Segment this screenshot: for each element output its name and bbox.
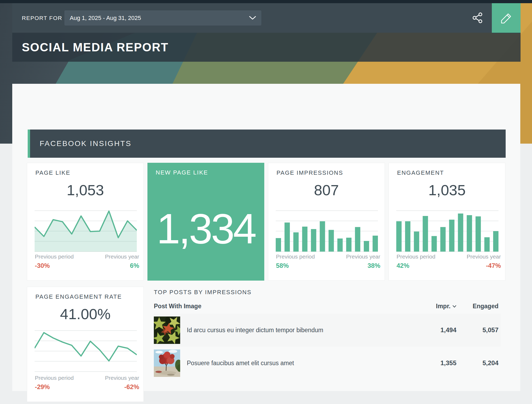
metric-card-new-page-like: NEW PAGE LIKE 1,334: [147, 163, 264, 281]
metric-value: 1,035: [389, 183, 505, 198]
metric-value: 41.00%: [27, 307, 143, 322]
impressions-value: 1,355: [414, 359, 456, 367]
comparison-values: 42% -47%: [397, 262, 501, 269]
engaged-value: 5,057: [456, 326, 501, 334]
metric-title: ENGAGEMENT: [397, 169, 444, 176]
comparison-labels: Previous period Previous year: [35, 253, 139, 260]
previous-period-label: Previous period: [276, 253, 315, 260]
metric-card-page-engagement-rate: PAGE ENGAGEMENT RATE 41.00% Previous per…: [27, 287, 144, 402]
metric-card-engagement: ENGAGEMENT 1,035 Previous period Previou…: [389, 163, 505, 281]
area-sparkline-chart: [35, 210, 137, 252]
section-title: FACEBOOK INSIGHTS: [40, 139, 131, 148]
previous-year-label: Previous year: [467, 253, 501, 260]
post-cell: Id arcu cursus eu integer dictum tempor …: [154, 316, 414, 344]
pencil-icon: [500, 12, 513, 25]
metric-card-page-impressions: PAGE IMPRESSIONS 807 Previous period Pre…: [268, 163, 385, 281]
previous-year-label: Previous year: [105, 375, 139, 381]
previous-period-value: 42%: [397, 262, 409, 269]
share-button[interactable]: [471, 11, 484, 25]
share-icon: [472, 12, 483, 24]
title-band: SOCIAL MEDIA REPORT: [12, 33, 521, 62]
table-header: Post With Image Impr. Engaged: [154, 303, 501, 314]
chevron-down-icon: [249, 16, 256, 20]
metric-title: PAGE ENGAGEMENT RATE: [35, 293, 122, 300]
previous-year-value: 38%: [368, 262, 380, 269]
column-post: Post With Image: [154, 303, 414, 310]
edit-button[interactable]: [492, 3, 521, 33]
metric-title: PAGE LIKE: [35, 169, 70, 176]
social-media-report-screen: REPORT FOR Aug 1, 2025 - Aug 31, 2025 SO…: [0, 0, 532, 404]
previous-period-value: -30%: [35, 262, 50, 269]
column-impressions-sort[interactable]: Impr.: [414, 303, 456, 310]
sort-chevron-down-icon: [452, 305, 456, 308]
column-engaged: Engaged: [456, 303, 501, 310]
bar-sparkline-chart: [396, 210, 498, 252]
comparison-labels: Previous period Previous year: [35, 375, 139, 381]
previous-period-value: 58%: [276, 262, 289, 269]
engaged-value: 5,204: [456, 359, 501, 367]
metric-value: 1,334: [147, 207, 264, 250]
post-text: Posuere faucibus amet elit cursus amet: [187, 360, 294, 367]
post-cell: Posuere faucibus amet elit cursus amet: [154, 349, 414, 377]
report-for-label: REPORT FOR: [22, 15, 62, 21]
metric-title: NEW PAGE LIKE: [156, 169, 208, 176]
previous-year-label: Previous year: [105, 253, 139, 260]
previous-period-value: -29%: [35, 383, 50, 391]
bar-sparkline-chart: [276, 210, 378, 252]
metric-title: PAGE IMPRESSIONS: [277, 169, 343, 176]
previous-year-label: Previous year: [346, 253, 380, 260]
top-posts-section: TOP POSTS BY IMPRESSIONS Post With Image…: [154, 287, 501, 380]
date-range-dropdown[interactable]: Aug 1, 2025 - Aug 31, 2025: [64, 10, 261, 26]
leaves-thumbnail: [154, 316, 180, 344]
table-row[interactable]: Id arcu cursus eu integer dictum tempor …: [154, 314, 501, 347]
comparison-labels: Previous period Previous year: [276, 253, 380, 260]
previous-period-label: Previous period: [397, 253, 435, 260]
previous-year-value: -62%: [124, 383, 139, 391]
comparison-values: 58% 38%: [276, 262, 380, 269]
metric-value: 1,053: [27, 183, 143, 198]
comparison-values: -29% -62%: [35, 383, 139, 391]
table-row[interactable]: Posuere faucibus amet elit cursus amet 1…: [154, 347, 501, 380]
column-impressions-label: Impr.: [436, 303, 451, 310]
impressions-value: 1,494: [414, 326, 456, 334]
metric-value: 807: [268, 183, 385, 198]
red-tree-thumbnail: [154, 349, 180, 377]
accent-bar: [28, 130, 30, 158]
post-text: Id arcu cursus eu integer dictum tempor …: [187, 327, 323, 334]
previous-period-label: Previous period: [35, 253, 74, 260]
top-strip: [0, 0, 532, 3]
previous-year-value: -47%: [486, 262, 501, 269]
metric-card-page-like: PAGE LIKE 1,053 Previous period Previous…: [27, 163, 144, 281]
page-title: SOCIAL MEDIA REPORT: [22, 41, 168, 54]
previous-year-value: 6%: [130, 262, 139, 269]
line-sparkline-chart: [35, 330, 137, 372]
comparison-values: -30% 6%: [35, 262, 139, 269]
facebook-insights-header: FACEBOOK INSIGHTS: [28, 130, 506, 158]
date-range-value: Aug 1, 2025 - Aug 31, 2025: [70, 15, 141, 22]
comparison-labels: Previous period Previous year: [397, 253, 501, 260]
previous-period-label: Previous period: [35, 375, 74, 381]
top-posts-title: TOP POSTS BY IMPRESSIONS: [154, 289, 501, 296]
report-header: REPORT FOR Aug 1, 2025 - Aug 31, 2025: [12, 3, 492, 33]
